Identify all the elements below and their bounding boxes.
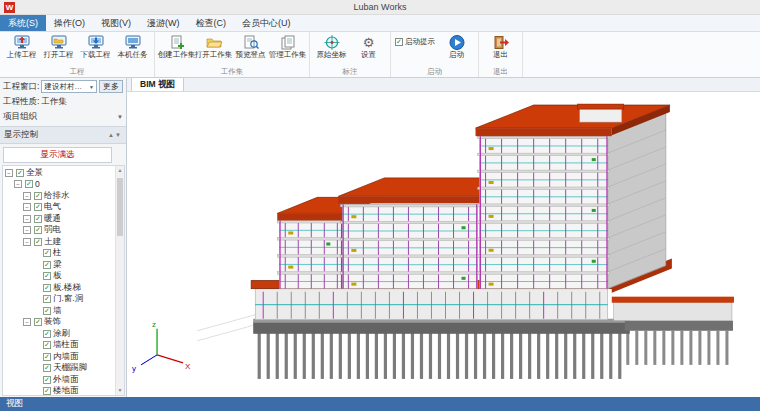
display-control-header[interactable]: 显示控制 ▲▼ <box>0 126 126 144</box>
tree-checkbox[interactable]: ✓ <box>43 364 51 372</box>
tree-checkbox[interactable]: ✓ <box>43 261 51 269</box>
scroll-up-icon[interactable]: ▲ <box>116 166 124 175</box>
collapse-icon[interactable]: − <box>23 238 31 246</box>
collapse-icon[interactable]: − <box>14 180 22 188</box>
tree-item[interactable]: ✓内墙面 <box>3 351 114 363</box>
project-organization-row[interactable]: 项目组织 ▼ <box>0 109 126 124</box>
scroll-down-icon[interactable]: ▼ <box>116 386 124 395</box>
tree-checkbox[interactable]: ✓ <box>43 249 51 257</box>
menu-member-center[interactable]: 会员中心(U) <box>234 15 299 31</box>
project-organization-label: 项目组织 <box>3 111 37 123</box>
tree-checkbox[interactable]: ✓ <box>43 284 51 292</box>
collapse-icon[interactable]: − <box>23 226 31 234</box>
tree-checkbox[interactable]: ✓ <box>34 192 42 200</box>
tree-item[interactable]: −✓0 <box>3 179 114 191</box>
origin-coordinates-button[interactable]: 原始坐标 <box>313 33 350 60</box>
bim-model[interactable]: zXy <box>127 92 760 397</box>
tree-item[interactable]: −✓全景 <box>3 167 114 179</box>
start-button[interactable]: 启动 <box>438 33 475 60</box>
tree-item-label: 全景 <box>26 167 43 179</box>
tree-item[interactable]: ✓墙 <box>3 305 114 317</box>
tree-checkbox[interactable]: ✓ <box>34 215 42 223</box>
status-left-text: 视图 <box>6 398 23 410</box>
menu-roam[interactable]: 漫游(W) <box>139 15 188 31</box>
tree-item[interactable]: ✓板 <box>3 271 114 283</box>
scrollbar-thumb[interactable] <box>117 178 123 236</box>
menu-operation[interactable]: 操作(O) <box>46 15 93 31</box>
tree-checkbox[interactable]: ✓ <box>43 295 51 303</box>
chevron-down-icon: ▼ <box>117 114 123 120</box>
tree-item[interactable]: ✓板.楼梯 <box>3 282 114 294</box>
tree-checkbox[interactable]: ✓ <box>16 169 24 177</box>
tree-checkbox[interactable]: ✓ <box>34 226 42 234</box>
download-project-button[interactable]: 下载工程 <box>77 33 114 60</box>
tree-item[interactable]: −✓弱电 <box>3 225 114 237</box>
collapse-icon[interactable]: − <box>23 192 31 200</box>
ribbon-group-start: ✓ 启动提示 启动 启动 <box>391 32 479 77</box>
upload-project-button[interactable]: 上传工程 <box>3 33 40 60</box>
open-workset-button[interactable]: 打开工作集 <box>195 33 232 60</box>
tree-item[interactable]: ✓涂刷 <box>3 328 114 340</box>
leaf-spacer <box>32 295 40 303</box>
open-project-icon <box>50 34 68 51</box>
start-prompt-checkbox[interactable]: ✓ 启动提示 <box>395 37 435 47</box>
tree-checkbox[interactable]: ✓ <box>25 180 33 188</box>
tree-item[interactable]: ✓柱 <box>3 248 114 260</box>
tree-item[interactable]: ✓门.窗.洞 <box>3 294 114 306</box>
tree-item[interactable]: ✓梁 <box>3 259 114 271</box>
collapse-icon[interactable]: − <box>23 318 31 326</box>
more-button[interactable]: 更多 <box>99 80 123 93</box>
tree-item[interactable]: ✓墙柱面 <box>3 340 114 352</box>
tree-item-label: 墙柱面 <box>53 339 79 351</box>
project-select[interactable]: 建设村村委办宿舍-施工模型 ▼ <box>41 80 97 93</box>
tree-checkbox[interactable]: ✓ <box>43 330 51 338</box>
tree-checkbox[interactable]: ✓ <box>34 318 42 326</box>
tree-checkbox[interactable]: ✓ <box>43 272 51 280</box>
menu-check[interactable]: 检查(C) <box>188 15 235 31</box>
tab-bim-view[interactable]: BIM 视图 <box>131 77 184 91</box>
tree-item[interactable]: ✓天棚踢脚 <box>3 363 114 375</box>
tree-checkbox[interactable]: ✓ <box>43 376 51 384</box>
tree-scrollbar[interactable]: ▲ ▼ <box>115 166 124 395</box>
leaf-spacer <box>32 307 40 315</box>
tree-checkbox[interactable]: ✓ <box>43 341 51 349</box>
tree-checkbox[interactable]: ✓ <box>34 203 42 211</box>
collapse-icon[interactable]: − <box>5 169 13 177</box>
exit-button[interactable]: 退出 <box>482 33 519 60</box>
tree-checkbox[interactable]: ✓ <box>43 307 51 315</box>
collapse-icon[interactable]: − <box>23 215 31 223</box>
menu-view[interactable]: 视图(V) <box>93 15 139 31</box>
tree-item[interactable]: −✓给排水 <box>3 190 114 202</box>
tree-checkbox[interactable]: ✓ <box>43 353 51 361</box>
leaf-spacer <box>32 353 40 361</box>
settings-button[interactable]: ⚙ 设置 <box>350 33 387 60</box>
tree-item[interactable]: −✓装饰 <box>3 317 114 329</box>
checkbox-label: 启动提示 <box>405 37 435 47</box>
manage-workset-button[interactable]: 管理工作集 <box>269 33 306 60</box>
upload-project-icon <box>13 34 31 51</box>
button-label: 本机任务 <box>118 51 148 60</box>
tree-checkbox[interactable]: ✓ <box>43 387 51 395</box>
tree-item[interactable]: −✓土建 <box>3 236 114 248</box>
preview-point-button[interactable]: 预览登点 <box>232 33 269 60</box>
tree-item[interactable]: ✓外墙面 <box>3 374 114 386</box>
tree-item-label: 暖通 <box>44 213 61 225</box>
tree-item[interactable]: −✓暖通 <box>3 213 114 225</box>
create-workset-button[interactable]: 创建工作集 <box>158 33 195 60</box>
ribbon-group-label: 退出 <box>482 66 519 77</box>
local-tasks-button[interactable]: 本机任务 <box>114 33 151 60</box>
ribbon-group-label: 工作集 <box>158 66 306 77</box>
tree-item-label: 内墙面 <box>53 351 79 363</box>
menu-system[interactable]: 系统(S) <box>0 15 46 31</box>
show-all-button[interactable]: 显示满选 <box>3 147 112 163</box>
button-label: 原始坐标 <box>317 51 347 60</box>
open-project-button[interactable]: 打开工程 <box>40 33 77 60</box>
model-tree: ▲ ▼ −✓全景−✓0−✓给排水−✓电气−✓暖通−✓弱电−✓土建✓柱✓梁✓板✓板… <box>2 165 125 396</box>
bim-3d-canvas[interactable]: zXy <box>127 92 760 397</box>
tree-item[interactable]: −✓电气 <box>3 202 114 214</box>
start-icon <box>448 34 466 51</box>
tree-item-label: 装饰 <box>44 316 61 328</box>
tree-item[interactable]: ✓楼地面 <box>3 386 114 397</box>
tree-checkbox[interactable]: ✓ <box>34 238 42 246</box>
collapse-icon[interactable]: − <box>23 203 31 211</box>
